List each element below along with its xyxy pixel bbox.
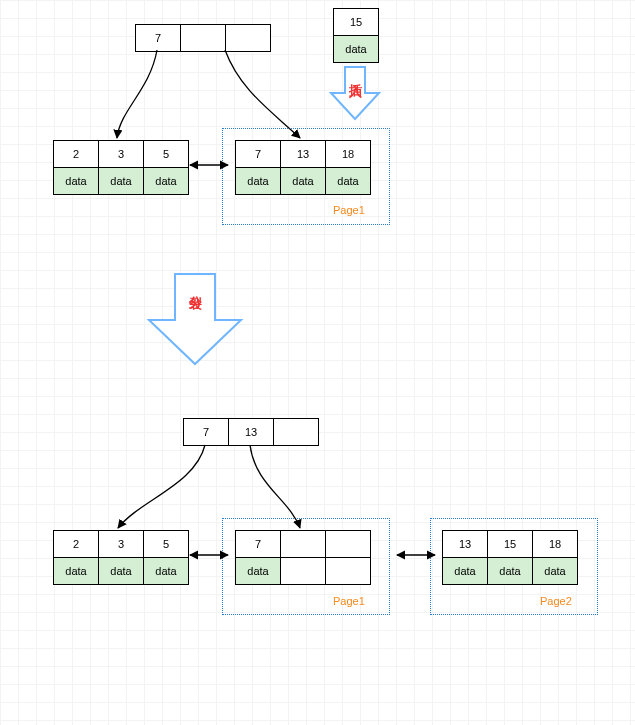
root-node-after: 7 13 <box>183 418 319 446</box>
split-arrow: 分裂 <box>145 272 245 368</box>
page1-label-before: Page1 <box>333 204 365 216</box>
insert-arrow: 插入 <box>327 65 383 121</box>
leaf-after-3: 13 15 18 data data data <box>442 530 578 585</box>
root-key: 7 <box>136 25 181 52</box>
page1-label-after: Page1 <box>333 595 365 607</box>
root-node-before: 7 <box>135 24 271 52</box>
leaf-before-2: 7 13 18 data data data <box>235 140 371 195</box>
page2-label-after: Page2 <box>540 595 572 607</box>
insert-data: data <box>334 36 379 63</box>
leaf-before-1: 2 3 5 data data data <box>53 140 189 195</box>
leaf-after-2: 7 data <box>235 530 371 585</box>
connectors <box>0 0 635 725</box>
insert-record: 15 data <box>333 8 379 63</box>
leaf-after-1: 2 3 5 data data data <box>53 530 189 585</box>
insert-key: 15 <box>334 9 379 36</box>
